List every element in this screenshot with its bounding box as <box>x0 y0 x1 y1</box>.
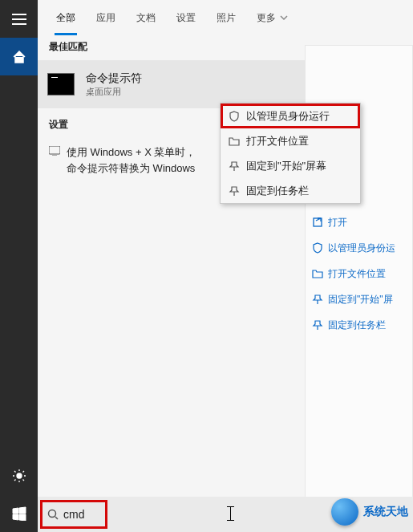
home-icon <box>12 50 26 64</box>
chevron-down-icon <box>279 13 289 22</box>
hamburger-icon <box>12 14 26 25</box>
tab-more-label: 更多 <box>257 11 276 25</box>
detail-open-label: 打开 <box>328 216 347 229</box>
ctx-pin-taskbar[interactable]: 固定到任务栏 <box>221 178 360 203</box>
settings-line2: 命令提示符替换为 Windows <box>67 160 196 177</box>
ctx-pin-taskbar-label: 固定到任务栏 <box>246 184 309 198</box>
tab-all[interactable]: 全部 <box>56 0 75 35</box>
brand-logo-text: 系统天地 <box>363 505 408 519</box>
cmd-icon <box>47 73 75 95</box>
windows-icon <box>12 506 26 521</box>
settings-item-icon <box>49 144 67 176</box>
folder-icon <box>229 136 240 147</box>
tab-apps[interactable]: 应用 <box>96 0 115 35</box>
sidebar <box>0 0 38 532</box>
detail-open-location-label: 打开文件位置 <box>328 267 386 281</box>
context-menu: 以管理员身份运行 打开文件位置 固定到"开始"屏幕 固定到任务栏 <box>220 103 361 204</box>
admin-icon <box>229 111 240 122</box>
settings-button[interactable] <box>0 457 38 494</box>
search-icon <box>47 509 60 520</box>
admin-icon <box>312 242 323 254</box>
pin-taskbar-icon <box>229 185 240 197</box>
text-caret <box>230 506 231 521</box>
tab-bar: 全部 应用 文档 设置 照片 更多 <box>38 0 413 35</box>
detail-pin-taskbar-label: 固定到任务栏 <box>328 319 386 332</box>
settings-result-text: 使用 Windows + X 菜单时， 命令提示符替换为 Windows <box>67 144 196 176</box>
pin-start-icon <box>229 160 240 172</box>
open-icon <box>312 217 323 228</box>
ctx-pin-start[interactable]: 固定到"开始"屏幕 <box>221 153 360 178</box>
detail-pin-start-label: 固定到"开始"屏 <box>328 293 393 307</box>
ctx-open-location-label: 打开文件位置 <box>246 134 309 148</box>
folder-icon <box>312 268 323 279</box>
pin-start-icon <box>312 294 323 305</box>
detail-run-admin-label: 以管理员身份运 <box>328 242 395 255</box>
ctx-pin-start-label: 固定到"开始"屏幕 <box>246 159 326 173</box>
svg-point-3 <box>49 510 56 518</box>
start-button[interactable] <box>0 494 38 532</box>
detail-open[interactable]: 打开 <box>312 209 406 235</box>
detail-run-admin[interactable]: 以管理员身份运 <box>312 235 406 261</box>
brand-logo: 系统天地 <box>331 498 408 526</box>
tab-settings[interactable]: 设置 <box>176 0 196 35</box>
ctx-run-admin[interactable]: 以管理员身份运行 <box>221 104 360 128</box>
home-button[interactable] <box>0 38 38 75</box>
tab-docs[interactable]: 文档 <box>136 0 156 35</box>
gear-icon <box>12 469 26 483</box>
ctx-open-location[interactable]: 打开文件位置 <box>221 128 360 153</box>
detail-open-location[interactable]: 打开文件位置 <box>312 261 406 286</box>
tab-photos[interactable]: 照片 <box>217 0 236 35</box>
svg-point-0 <box>17 473 22 478</box>
pin-taskbar-icon <box>312 319 323 331</box>
search-input[interactable] <box>63 508 100 521</box>
ctx-run-admin-label: 以管理员身份运行 <box>246 109 330 124</box>
search-box[interactable] <box>43 502 105 526</box>
svg-rect-1 <box>49 146 60 154</box>
detail-pin-taskbar[interactable]: 固定到任务栏 <box>312 312 406 338</box>
menu-button[interactable] <box>0 0 38 38</box>
detail-pin-start[interactable]: 固定到"开始"屏 <box>312 286 406 312</box>
brand-logo-icon <box>331 498 358 526</box>
tab-more[interactable]: 更多 <box>257 0 289 35</box>
settings-line1: 使用 Windows + X 菜单时， <box>67 144 196 160</box>
